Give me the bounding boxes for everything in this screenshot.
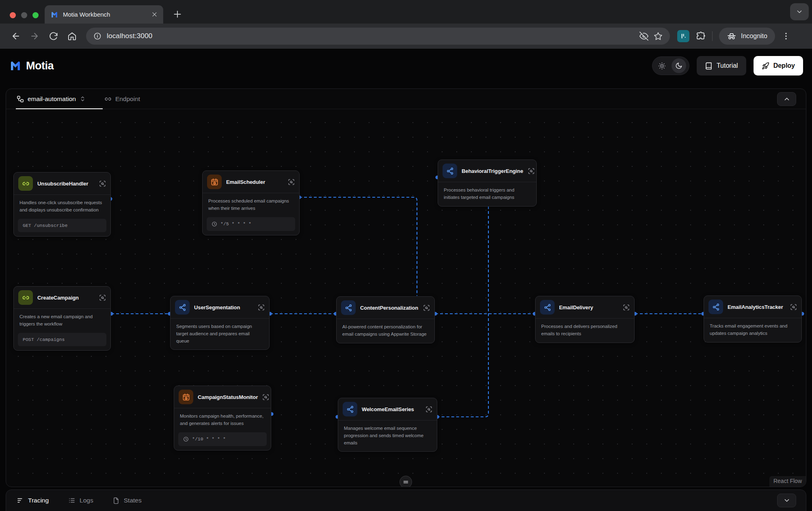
node-welcomeemailseries[interactable]: WelcomeEmailSeries Manages welcome email… bbox=[338, 398, 437, 452]
browser-menu-icon[interactable] bbox=[782, 32, 790, 41]
tab-search-button[interactable] bbox=[790, 3, 809, 20]
brand-name: Motia bbox=[26, 60, 54, 72]
browser-toolbar: localhost:3000 Incognito bbox=[0, 24, 812, 49]
node-title: UserSegmentation bbox=[194, 304, 253, 310]
tab-endpoint[interactable]: Endpoint bbox=[104, 95, 140, 103]
motia-workbench-app: Motia Tutorial Deploy bbox=[0, 49, 812, 511]
node-emailanalyticstracker[interactable]: EmailAnalyticsTracker Tracks email engag… bbox=[704, 295, 802, 343]
node-title: UnsubscribeHandler bbox=[37, 181, 95, 187]
node-contentpersonalization[interactable]: ContentPersonalization AI-powered conten… bbox=[336, 296, 435, 343]
node-behavioraltriggerengine[interactable]: BehavioralTriggerEngine Processes behavi… bbox=[438, 160, 537, 207]
toolbar-divider bbox=[712, 31, 713, 41]
clock-icon bbox=[183, 436, 189, 442]
incognito-label: Incognito bbox=[741, 32, 767, 40]
node-endpoint-badge: POST /campaigns bbox=[18, 333, 106, 346]
react-flow-attribution[interactable]: React Flow bbox=[769, 476, 806, 487]
light-mode-sun-icon[interactable] bbox=[655, 59, 669, 73]
focus-node-icon[interactable] bbox=[528, 168, 535, 175]
clock-icon bbox=[212, 221, 217, 227]
back-icon[interactable] bbox=[6, 27, 25, 45]
node-cron-badge: */5 * * * * bbox=[207, 217, 295, 231]
node-description: Segments users based on campaign target … bbox=[171, 319, 269, 349]
share-nodes-icon bbox=[341, 300, 356, 315]
edge-behavioraltriggerengine-welcomeemailseries bbox=[438, 196, 488, 417]
extensions-puzzle-icon[interactable] bbox=[696, 31, 706, 41]
workflow-icon bbox=[17, 95, 24, 103]
close-tab-icon[interactable] bbox=[151, 11, 158, 17]
dark-mode-moon-icon[interactable] bbox=[672, 58, 686, 73]
node-description: Processes scheduled email campaigns when… bbox=[203, 193, 299, 217]
tab-states[interactable]: States bbox=[113, 497, 142, 504]
node-description: Processes and delivers personalized emai… bbox=[536, 319, 634, 343]
node-emaildelivery[interactable]: EmailDelivery Processes and delivers per… bbox=[535, 296, 635, 343]
api-link-icon bbox=[18, 290, 33, 305]
link-icon bbox=[104, 95, 112, 103]
deploy-label: Deploy bbox=[773, 62, 795, 69]
bookmark-star-icon[interactable] bbox=[654, 32, 663, 41]
node-campaignstatusmonitor[interactable]: CampaignStatusMonitor Monitors campaign … bbox=[174, 386, 271, 451]
focus-node-icon[interactable] bbox=[623, 304, 630, 311]
browser-tab[interactable]: Motia Workbench bbox=[45, 5, 163, 24]
tutorial-button[interactable]: Tutorial bbox=[697, 56, 746, 75]
close-window-button[interactable] bbox=[10, 12, 16, 18]
flow-canvas[interactable]: UnsubscribeHandler Handles one-click uns… bbox=[6, 110, 806, 487]
new-tab-button[interactable] bbox=[172, 9, 183, 19]
edge-emailscheduler-contentpersonalization bbox=[299, 197, 417, 296]
address-bar[interactable]: localhost:3000 bbox=[86, 28, 670, 45]
share-nodes-icon bbox=[540, 300, 555, 315]
focus-node-icon[interactable] bbox=[790, 304, 797, 310]
tab-logs[interactable]: Logs bbox=[68, 497, 93, 504]
node-emailscheduler[interactable]: EmailScheduler Processes scheduled email… bbox=[202, 170, 300, 235]
focus-node-icon[interactable] bbox=[423, 304, 430, 311]
focus-node-icon[interactable] bbox=[99, 180, 106, 187]
focus-node-icon[interactable] bbox=[425, 406, 432, 413]
extension-motia-devtools-icon[interactable] bbox=[677, 30, 689, 42]
app-header: Motia Tutorial Deploy bbox=[0, 54, 812, 77]
node-unsubscribehandler[interactable]: UnsubscribeHandler Handles one-click uns… bbox=[13, 172, 111, 237]
focus-node-icon[interactable] bbox=[258, 304, 265, 311]
share-nodes-icon bbox=[175, 300, 190, 315]
logs-list-icon bbox=[68, 497, 76, 504]
node-description: Tracks email engagement events and updat… bbox=[704, 318, 801, 342]
motia-logo: Motia bbox=[9, 59, 54, 72]
browser-tabstrip: Motia Workbench bbox=[0, 0, 812, 24]
focus-node-icon[interactable] bbox=[262, 394, 269, 401]
focus-node-icon[interactable] bbox=[99, 294, 106, 301]
node-description: AI-powered content personalization for e… bbox=[337, 319, 434, 343]
node-title: EmailAnalyticsTracker bbox=[728, 304, 786, 310]
forward-icon[interactable] bbox=[25, 27, 44, 45]
eye-off-icon[interactable] bbox=[639, 32, 648, 41]
node-title: CreateCampaign bbox=[37, 295, 95, 301]
rocket-icon bbox=[762, 62, 769, 70]
endpoint-label: Endpoint bbox=[115, 95, 140, 103]
site-info-icon[interactable] bbox=[93, 32, 102, 40]
tab-title: Motia Workbench bbox=[63, 11, 147, 18]
theme-toggle[interactable] bbox=[652, 56, 689, 75]
focus-node-icon[interactable] bbox=[288, 179, 295, 185]
node-description: Manages welcome email sequence progressi… bbox=[338, 420, 437, 451]
node-usersegmentation[interactable]: UserSegmentation Segments users based on… bbox=[170, 296, 270, 350]
expand-bottom-panel-button[interactable] bbox=[777, 494, 796, 507]
node-createcampaign[interactable]: CreateCampaign Creates a new email campa… bbox=[13, 286, 111, 351]
node-title: CampaignStatusMonitor bbox=[198, 394, 258, 400]
home-icon[interactable] bbox=[63, 27, 81, 45]
window-controls[interactable] bbox=[10, 12, 39, 18]
share-nodes-icon bbox=[343, 402, 357, 416]
flow-panel: email-automation Endpoint bbox=[6, 88, 806, 487]
tab-tracing[interactable]: Tracing bbox=[17, 497, 49, 504]
node-endpoint-badge: GET /unsubscribe bbox=[18, 219, 106, 232]
calendar-clock-icon bbox=[207, 175, 222, 189]
minimize-window-button[interactable] bbox=[21, 12, 27, 18]
flow-tab-bar: email-automation Endpoint bbox=[6, 89, 806, 109]
motia-favicon bbox=[50, 11, 58, 19]
url-text[interactable]: localhost:3000 bbox=[107, 32, 634, 40]
reload-icon[interactable] bbox=[44, 27, 63, 45]
tab-email-automation[interactable]: email-automation bbox=[17, 95, 86, 103]
zoom-window-button[interactable] bbox=[32, 12, 39, 18]
node-title: WelcomeEmailSeries bbox=[362, 406, 421, 412]
chevrons-up-down-icon[interactable] bbox=[80, 96, 86, 102]
canvas-menu-button[interactable] bbox=[400, 476, 412, 487]
deploy-button[interactable]: Deploy bbox=[754, 56, 803, 75]
collapse-flow-button[interactable] bbox=[777, 92, 796, 106]
flow-name: email-automation bbox=[28, 95, 76, 103]
